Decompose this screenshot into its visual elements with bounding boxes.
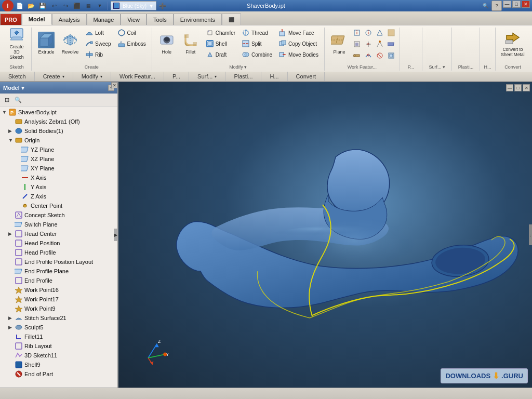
section-modify[interactable]: Modify ▾	[73, 72, 111, 81]
plasti-btn2[interactable]	[454, 39, 478, 48]
tree-item-rib-layout[interactable]: Rib Layout	[0, 341, 117, 351]
wf-btn6[interactable]	[363, 39, 374, 49]
expander-origin[interactable]: ▼	[8, 138, 15, 143]
draft-button[interactable]: Draft	[203, 49, 238, 60]
tree-item-head-profile[interactable]: Head Profile	[0, 248, 117, 257]
wf-btn2[interactable]	[363, 28, 374, 38]
tree-item-3d-sketch11[interactable]: 3D Sketch11	[0, 351, 117, 360]
p-btn2[interactable]	[402, 39, 420, 48]
tree-item-concept-sketch[interactable]: Concept Sketch	[0, 210, 117, 220]
tree-item-fillet11[interactable]: Fillet11	[0, 332, 117, 341]
plane-button[interactable]: Plane	[328, 28, 351, 59]
surf-btn3[interactable]	[424, 49, 450, 59]
emboss-button[interactable]: A Emboss	[115, 38, 149, 49]
wf-btn8[interactable]	[386, 39, 396, 49]
section-surf[interactable]: Surf... ▾	[189, 72, 225, 81]
hole-button[interactable]: Hole	[155, 28, 178, 59]
surf-btn2[interactable]	[424, 39, 450, 48]
tree-item-yz-plane[interactable]: YZ Plane	[0, 145, 117, 154]
p-btn1[interactable]	[402, 29, 420, 38]
wf-btn4[interactable]	[386, 28, 396, 38]
new-button[interactable]: 📄	[15, 1, 25, 11]
maximize-button[interactable]: □	[512, 1, 521, 8]
close-button[interactable]: ✕	[522, 1, 530, 8]
redo-button[interactable]: ↪	[60, 1, 71, 11]
add-button[interactable]: ➕	[157, 1, 168, 11]
expander-head-center[interactable]: ▶	[8, 231, 15, 236]
create-3d-sketch-button[interactable]: Create3D Sketch	[5, 28, 28, 59]
move-bodies-button[interactable]: Move Bodies	[276, 49, 321, 60]
wf-btn11[interactable]	[375, 50, 385, 61]
tab-manage[interactable]: Manage	[87, 14, 121, 25]
coil-button[interactable]: Coil	[115, 28, 149, 38]
section-plasti[interactable]: Plasti...	[225, 72, 261, 81]
vp-maximize[interactable]: □	[514, 84, 522, 91]
tree-item-xz-plane[interactable]: XZ Plane	[0, 154, 117, 164]
section-convert[interactable]: Convert	[288, 72, 325, 81]
tree-item-work-point16[interactable]: Work Point16	[0, 285, 117, 295]
filter-button[interactable]: ⊞	[2, 95, 11, 104]
tab-environments[interactable]: Environments	[174, 14, 222, 25]
plasti-btn3[interactable]	[454, 49, 478, 59]
chamfer-button[interactable]: Chamfer	[203, 28, 238, 38]
convert-to-sheet-metal-button[interactable]: Convert toSheet Metal	[499, 28, 527, 59]
tree-item-origin[interactable]: ▼ Origin	[0, 136, 117, 145]
tree-item-root[interactable]: ▼ P ShaverBody.ipt	[0, 108, 117, 117]
revolve-button[interactable]: Revolve	[59, 28, 82, 59]
tree-item-head-center[interactable]: ▶ Head Center	[0, 229, 117, 238]
tree-item-work-point9[interactable]: Work Point9	[0, 304, 117, 313]
wf-btn1[interactable]	[352, 28, 362, 38]
tree-item-xy-plane[interactable]: XY Plane	[0, 164, 117, 173]
extrude-button[interactable]: Extrude	[35, 28, 58, 59]
viewport-resize-handle[interactable]: ⋮	[529, 224, 532, 245]
expander-root[interactable]: ▼	[2, 110, 8, 115]
thread-button[interactable]: Thread	[239, 28, 275, 38]
search-button[interactable]: 🔍	[14, 95, 23, 104]
rib-button[interactable]: Rib	[83, 49, 114, 60]
tree-item-z-axis[interactable]: Z Axis	[0, 192, 117, 201]
expander-stitch-surface[interactable]: ▶	[8, 315, 15, 321]
section-p[interactable]: P...	[164, 72, 189, 81]
viewport[interactable]: — □ ✕	[118, 82, 532, 388]
combine-button[interactable]: Combine	[239, 49, 275, 60]
shell-button[interactable]: Shell	[203, 38, 238, 49]
tree-item-work-point17[interactable]: Work Point17	[0, 295, 117, 304]
tree-item-shell9[interactable]: Shell9	[0, 360, 117, 369]
color-selector[interactable]: Blue (Sky) ▼	[111, 1, 156, 10]
panel-close-button[interactable]: ✕	[111, 82, 117, 88]
tree-item-x-axis[interactable]: X Axis	[0, 173, 117, 182]
tab-extra[interactable]: ⬛	[222, 14, 241, 25]
p-btn3[interactable]	[402, 49, 420, 59]
fillet-button[interactable]: Fillet	[179, 28, 202, 59]
wf-btn12[interactable]	[386, 50, 396, 61]
help-button[interactable]: ?	[491, 1, 502, 11]
sweep-button[interactable]: Sweep	[83, 38, 114, 49]
expander-sculpt5[interactable]: ▶	[8, 325, 15, 330]
save-button[interactable]: 💾	[37, 1, 48, 11]
move-face-button[interactable]: Move Face	[276, 28, 321, 38]
open-button[interactable]: 📂	[26, 1, 36, 11]
tree-item-switch-plane[interactable]: Switch Plane	[0, 220, 117, 229]
tree-item-end-profile-plane[interactable]: End Profile Plane	[0, 267, 117, 276]
tree-item-end-of-part[interactable]: End of Part	[0, 369, 117, 379]
tree-item-center-point[interactable]: Center Point	[0, 201, 117, 210]
wf-btn10[interactable]	[363, 50, 374, 61]
wf-btn3[interactable]	[375, 28, 385, 38]
qat-dropdown[interactable]: ▼	[95, 1, 105, 11]
undo-button[interactable]: ↩	[49, 1, 59, 11]
section-sketch[interactable]: Sketch	[0, 72, 35, 81]
wf-btn7[interactable]	[375, 39, 385, 49]
panel-expand-arrow[interactable]: ▶	[114, 229, 118, 241]
split-button[interactable]: Split	[239, 38, 275, 49]
plasti-btn1[interactable]	[454, 29, 478, 38]
surf-btn1[interactable]	[424, 29, 450, 38]
tree-item-sculpt5[interactable]: ▶ Sculpt5	[0, 323, 117, 332]
expander-solid-bodies[interactable]: ▶	[8, 128, 15, 134]
tree-item-y-axis[interactable]: Y Axis	[0, 182, 117, 192]
minimize-button[interactable]: —	[503, 1, 511, 8]
tab-tools[interactable]: Tools	[147, 14, 174, 25]
tab-model[interactable]: Model	[22, 14, 52, 25]
tree-item-end-profile[interactable]: End Profile	[0, 276, 117, 285]
app-logo[interactable]: I	[2, 0, 14, 11]
tree-item-solid-bodies[interactable]: ▶ Solid Bodies(1)	[0, 126, 117, 136]
